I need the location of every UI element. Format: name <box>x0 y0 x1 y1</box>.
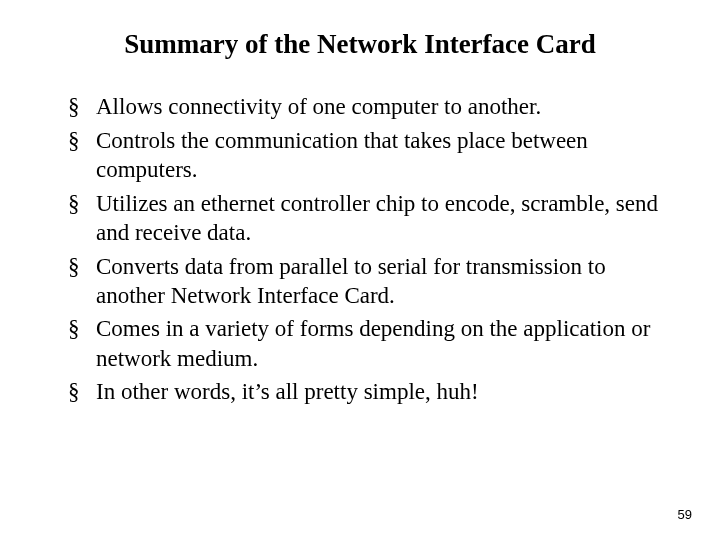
slide-title: Summary of the Network Interface Card <box>48 28 672 60</box>
slide: Summary of the Network Interface Card Al… <box>0 0 720 540</box>
page-number: 59 <box>678 507 692 522</box>
bullet-item: Utilizes an ethernet controller chip to … <box>68 189 666 248</box>
bullet-item: Controls the communication that takes pl… <box>68 126 666 185</box>
bullet-item: Converts data from parallel to serial fo… <box>68 252 666 311</box>
bullet-item: In other words, it’s all pretty simple, … <box>68 377 666 406</box>
bullet-list: Allows connectivity of one computer to a… <box>48 92 672 406</box>
bullet-item: Allows connectivity of one computer to a… <box>68 92 666 121</box>
bullet-item: Comes in a variety of forms depending on… <box>68 314 666 373</box>
